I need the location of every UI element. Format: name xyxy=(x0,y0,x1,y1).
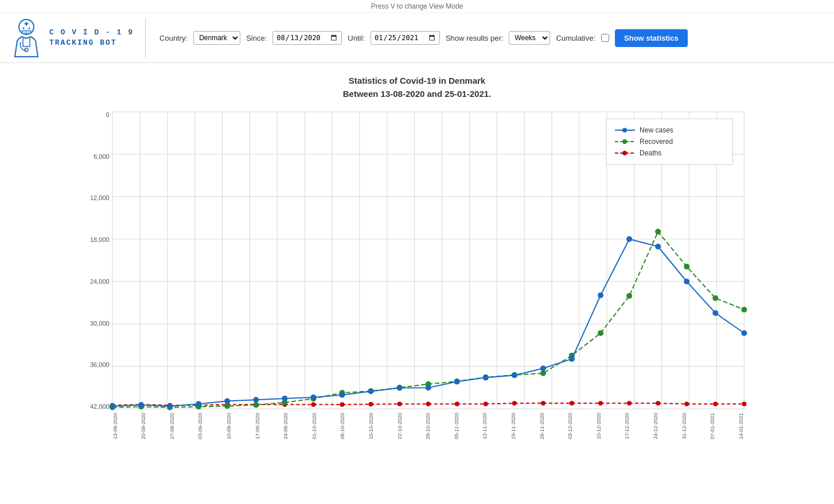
hint-bar: Press V to change View Mode xyxy=(0,0,834,13)
svg-rect-5 xyxy=(22,30,31,34)
deaths-dot xyxy=(627,401,632,405)
new-cases-dot xyxy=(368,389,373,394)
top-bar: C O V I D - 1 9 TRACKING BOT Country: De… xyxy=(0,13,834,63)
recovered-line xyxy=(112,232,744,408)
since-label: Since: xyxy=(246,34,267,42)
logo-text: C O V I D - 1 9 TRACKING BOT xyxy=(49,28,134,48)
new-cases-dot xyxy=(482,375,488,381)
new-cases-dot xyxy=(310,394,316,400)
new-cases-dot xyxy=(425,385,431,390)
new-cases-dot xyxy=(196,401,201,407)
legend-deaths-dot xyxy=(622,151,627,155)
x-axis-labels: 13-08-2020 20-08-2020 27-08-2020 03-09-2… xyxy=(112,413,744,439)
chart-title: Statistics of Covid-19 in Denmark Betwee… xyxy=(90,75,744,100)
deaths-dot xyxy=(512,401,517,405)
new-cases-dot xyxy=(339,392,345,398)
svg-point-4 xyxy=(29,28,30,29)
deaths-dot xyxy=(570,401,574,405)
recovered-dot xyxy=(684,264,689,269)
new-cases-dot xyxy=(741,330,747,336)
deaths-dot xyxy=(340,403,344,407)
new-cases-dot xyxy=(626,236,632,242)
controls-bar: Country: Denmark Germany France Italy Sp… xyxy=(159,29,688,47)
deaths-dot xyxy=(742,402,746,407)
deaths-dot xyxy=(454,402,459,407)
new-cases-dot xyxy=(396,385,402,391)
recovered-dot xyxy=(626,293,632,299)
new-cases-dot xyxy=(655,244,661,249)
country-select[interactable]: Denmark Germany France Italy Spain USA U… xyxy=(193,31,240,45)
hint-text: Press V to change View Mode xyxy=(371,2,463,10)
legend-new-cases-label: New cases xyxy=(640,126,673,134)
since-input[interactable] xyxy=(272,31,342,45)
recovered-dot xyxy=(655,229,661,235)
deaths-dot xyxy=(684,402,689,407)
svg-point-3 xyxy=(23,28,25,29)
results-per-label: Show results per: xyxy=(446,34,503,42)
results-per-select[interactable]: Weeks Days Months xyxy=(509,31,550,45)
legend-recovered-label: Recovered xyxy=(640,138,673,146)
recovered-dot xyxy=(224,403,230,409)
deaths-dot xyxy=(598,401,603,405)
recovered-dot xyxy=(712,295,718,301)
new-cases-dot xyxy=(282,396,287,401)
new-cases-dot xyxy=(569,356,575,362)
chart-svg-container: 42,000 36,000 30,000 24,000 18,000 12,00… xyxy=(90,112,744,439)
new-cases-line xyxy=(112,239,744,407)
deaths-dot xyxy=(541,401,545,405)
until-input[interactable] xyxy=(371,31,440,45)
new-cases-dot xyxy=(138,402,144,408)
new-cases-dot xyxy=(253,397,259,403)
country-label: Country: xyxy=(159,34,188,42)
deaths-dot xyxy=(311,403,315,407)
y-axis-labels: 42,000 36,000 30,000 24,000 18,000 12,00… xyxy=(90,112,110,410)
new-cases-dot xyxy=(598,292,603,298)
new-cases-dot xyxy=(224,398,230,404)
deaths-dot xyxy=(483,402,488,407)
deaths-dot xyxy=(426,402,430,407)
new-cases-dot xyxy=(167,404,173,409)
deaths-dot xyxy=(713,402,718,407)
cumulative-label: Cumulative: xyxy=(556,34,595,42)
recovered-dot xyxy=(741,307,747,312)
chart-area: New cases Recovered Deaths 13-08-2020 20… xyxy=(112,112,744,439)
show-statistics-button[interactable]: Show statistics xyxy=(615,29,688,47)
new-cases-dot xyxy=(540,366,546,372)
new-cases-dot xyxy=(512,373,517,378)
new-cases-dot xyxy=(684,279,689,284)
legend-new-cases-dot xyxy=(622,128,627,132)
cumulative-checkbox[interactable] xyxy=(601,34,609,42)
logo-area: C O V I D - 1 9 TRACKING BOT xyxy=(9,18,146,58)
chart-container: Statistics of Covid-19 in Denmark Betwee… xyxy=(73,63,761,474)
deaths-dot xyxy=(368,402,373,407)
new-cases-dot xyxy=(110,403,115,409)
deaths-dot xyxy=(397,402,402,407)
new-cases-dot xyxy=(712,310,718,316)
logo-icon xyxy=(9,18,44,58)
chart-svg: New cases Recovered Deaths xyxy=(112,112,744,410)
new-cases-dot xyxy=(454,379,459,385)
legend-deaths-label: Deaths xyxy=(640,149,661,157)
recovered-dot xyxy=(253,402,259,408)
recovered-dot xyxy=(598,330,603,336)
until-label: Until: xyxy=(348,34,365,42)
deaths-dot xyxy=(656,401,660,405)
legend-recovered-dot xyxy=(622,139,627,144)
